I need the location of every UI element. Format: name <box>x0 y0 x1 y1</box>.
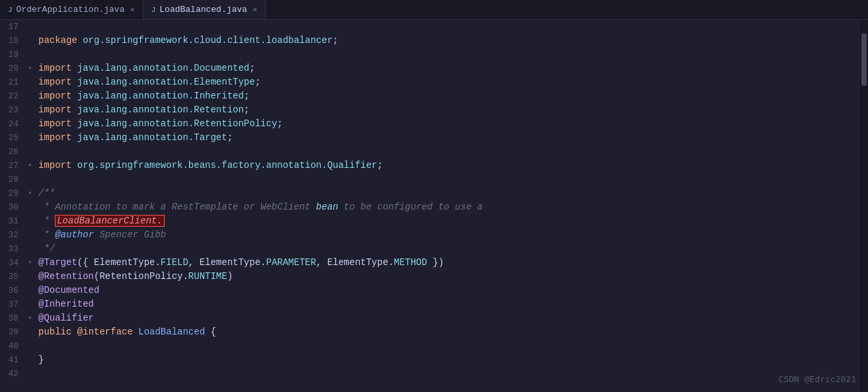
code-token <box>71 63 77 73</box>
code-token: @Documented <box>38 285 99 295</box>
tab-loadbalanced[interactable]: J LoadBalanced.java ✕ <box>143 0 266 19</box>
line-number: 17 <box>0 20 26 34</box>
comment-token: * Annotation to mark a RestTemplate or W… <box>38 202 316 212</box>
line-number: 38 <box>0 311 26 325</box>
fold-indicator <box>26 75 36 89</box>
line-number: 32 <box>0 228 26 242</box>
table-row: 17 <box>0 20 860 34</box>
fold-indicator[interactable]: ▾ <box>26 61 36 75</box>
fold-indicator <box>26 353 36 367</box>
comment-token: to be configured to use a <box>338 202 483 212</box>
code-area[interactable]: 17 18package org.springframework.cloud.c… <box>0 20 860 392</box>
code-line: package org.springframework.cloud.client… <box>36 34 860 48</box>
table-row: 40 <box>0 339 860 353</box>
fold-indicator <box>26 173 36 186</box>
table-row: 24import java.lang.annotation.RetentionP… <box>0 117 860 131</box>
code-token: java.lang.annotation.RetentionPolicy <box>77 118 277 129</box>
code-token: @Retention <box>38 271 94 282</box>
code-token: package <box>38 35 77 46</box>
code-token <box>71 132 77 143</box>
comment-token: * <box>38 229 55 240</box>
table-row: 32 * @author Spencer Gibb <box>0 228 860 242</box>
code-token: java.lang.annotation.ElementType <box>77 77 255 87</box>
code-token: { <box>205 327 216 337</box>
fold-indicator <box>26 145 36 159</box>
table-row: 25import java.lang.annotation.Target; <box>0 131 860 145</box>
java-file-icon-2: J <box>151 6 156 14</box>
fold-indicator <box>26 228 36 242</box>
code-token <box>71 77 77 87</box>
code-line: import java.lang.annotation.ElementType; <box>36 75 860 89</box>
code-token <box>71 160 77 171</box>
table-row: 31 * LoadBalancerClient. <box>0 214 860 228</box>
code-line: import org.springframework.beans.factory… <box>36 159 860 173</box>
code-token <box>133 327 138 337</box>
line-number: 28 <box>0 173 26 186</box>
tab-order-close[interactable]: ✕ <box>130 5 134 15</box>
code-line: * LoadBalancerClient. <box>36 214 860 228</box>
tab-order-application[interactable]: J OrderApplication.java ✕ <box>0 0 143 19</box>
line-number: 26 <box>0 145 26 159</box>
code-line: @Target({ ElementType.FIELD, ElementType… <box>36 256 860 270</box>
code-token: }) <box>427 257 444 268</box>
code-token: import <box>38 104 71 115</box>
fold-indicator <box>26 242 36 256</box>
code-token: ({ ElementType. <box>77 257 161 268</box>
fold-indicator[interactable]: ▾ <box>26 159 36 173</box>
code-token: RUNTIME <box>188 271 227 282</box>
line-number: 25 <box>0 131 26 145</box>
code-token: , ElementType. <box>188 257 266 268</box>
code-token: ; <box>277 118 282 129</box>
code-token: @interface <box>77 327 133 337</box>
code-line: */ <box>36 242 860 256</box>
highlighted-text: LoadBalancerClient. <box>55 215 165 227</box>
code-token: import <box>38 77 71 87</box>
line-number: 37 <box>0 297 26 311</box>
code-line: public @interface LoadBalanced { <box>36 325 860 339</box>
code-token: METHOD <box>394 257 427 268</box>
tab-loadbalanced-close[interactable]: ✕ <box>253 5 257 15</box>
code-token: import <box>38 132 71 143</box>
table-row: 27▾import org.springframework.beans.fact… <box>0 159 860 173</box>
fold-indicator[interactable]: ▾ <box>26 311 36 325</box>
comment-token: Spencer Gibb <box>94 229 166 240</box>
code-token: import <box>38 91 71 101</box>
code-token: import <box>38 63 71 73</box>
comment-token: @author <box>55 229 94 240</box>
table-row: 35@Retention(RetentionPolicy.RUNTIME) <box>0 270 860 284</box>
fold-indicator[interactable]: ▾ <box>26 256 36 270</box>
line-number: 35 <box>0 270 26 284</box>
code-token <box>71 327 77 337</box>
code-token: PARAMETER <box>266 257 316 268</box>
comment-token: * <box>38 216 55 226</box>
code-token: public <box>38 327 71 337</box>
fold-indicator[interactable]: ▾ <box>26 186 36 200</box>
code-line <box>36 339 860 353</box>
line-number: 41 <box>0 353 26 367</box>
fold-indicator <box>26 20 36 34</box>
line-number: 42 <box>0 367 26 381</box>
code-token: LoadBalanced <box>138 327 205 337</box>
code-line: import java.lang.annotation.Documented; <box>36 61 860 75</box>
fold-indicator <box>26 103 36 117</box>
code-token <box>71 104 77 115</box>
code-line <box>36 367 860 381</box>
table-row: 33 */ <box>0 242 860 256</box>
code-line: } <box>36 353 860 367</box>
table-row: 36@Documented <box>0 284 860 297</box>
right-scrollbar[interactable] <box>860 20 868 392</box>
line-number: 36 <box>0 284 26 297</box>
code-token: org.springframework.cloud.client.loadbal… <box>83 35 333 46</box>
table-row: 41} <box>0 353 860 367</box>
table-row: 37@Inherited <box>0 297 860 311</box>
code-token: ; <box>244 104 249 115</box>
line-number: 34 <box>0 256 26 270</box>
fold-indicator <box>26 89 36 103</box>
code-token: import <box>38 160 71 171</box>
fold-indicator <box>26 48 36 61</box>
code-table: 17 18package org.springframework.cloud.c… <box>0 20 860 381</box>
code-token: ) <box>227 271 233 282</box>
fold-indicator <box>26 339 36 353</box>
code-line: import java.lang.annotation.RetentionPol… <box>36 117 860 131</box>
table-row: 26 <box>0 145 860 159</box>
